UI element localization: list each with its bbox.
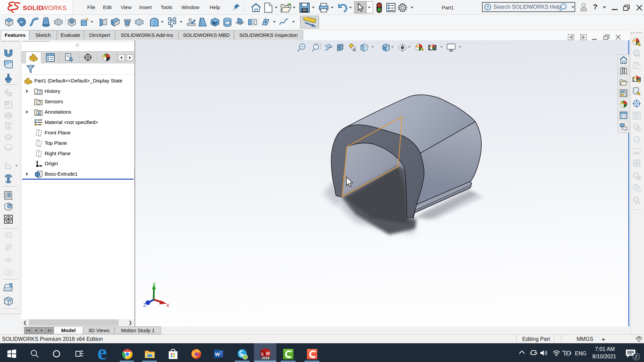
svg-text:A: A: [353, 47, 356, 52]
svg-text:2018: 2018: [262, 356, 270, 360]
svg-text:W: W: [266, 351, 270, 356]
svg-text:A: A: [38, 111, 40, 115]
svg-text:W: W: [215, 351, 220, 357]
svg-text:S: S: [261, 352, 264, 357]
svg-text:?: ?: [486, 5, 489, 10]
svg-text:SOLID: SOLID: [23, 4, 43, 11]
svg-text:Y: Y: [153, 281, 156, 287]
svg-text:X: X: [166, 302, 169, 308]
svg-text:WORKS: WORKS: [42, 4, 67, 11]
svg-text:2: 2: [635, 354, 638, 359]
svg-text:Z: Z: [143, 302, 146, 308]
